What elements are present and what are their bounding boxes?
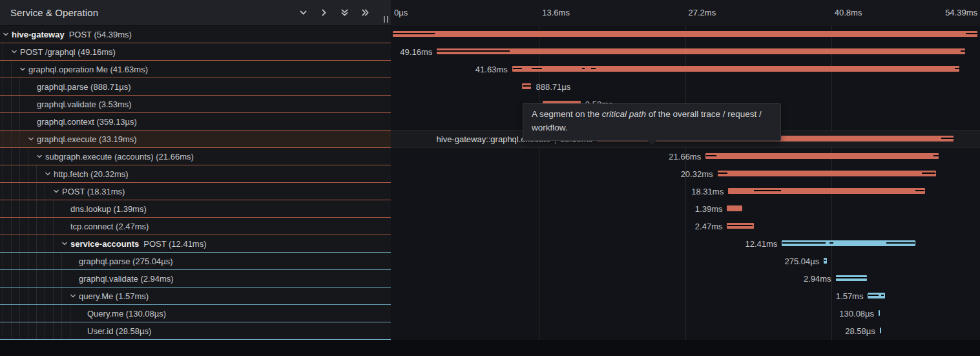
indent-guide — [45, 218, 53, 235]
service-name: hive-gateway — [12, 30, 65, 39]
indent-guide — [53, 305, 61, 322]
indent-guide — [28, 183, 36, 200]
critical-path-segment — [955, 68, 959, 69]
span-row-tcp-connect-2-47ms[interactable]: tcp.connect (2.47ms) — [0, 218, 391, 235]
indent-guide — [3, 253, 11, 269]
critical-path-segment — [393, 33, 435, 34]
timeline-row-graphql-parse-888-71-s: 888.71µs — [391, 78, 980, 96]
operation-name: graphql.parse (888.71µs) — [37, 82, 131, 92]
span-row-graphql-parse-275-04-s[interactable]: graphql.parse (275.04µs) — [0, 253, 391, 270]
span-row-post-graphql-49-16ms[interactable]: POST /graphql (49.16ms) — [0, 43, 391, 61]
indent-guide — [36, 270, 45, 287]
collapse-chevron-icon[interactable] — [11, 48, 20, 55]
span-track: 41.63ms — [393, 61, 977, 78]
span-bar[interactable] — [437, 48, 965, 54]
span-row-hive-gateway-post-54-39ms[interactable]: hive-gatewayPOST (54.39ms) — [0, 26, 391, 43]
span-track: 49.16ms — [393, 43, 977, 61]
span-bar[interactable] — [512, 66, 960, 72]
span-bar[interactable] — [393, 31, 977, 37]
span-row-graphql-parse-888-71-s[interactable]: graphql.parse (888.71µs) — [0, 78, 391, 96]
critical-path-segment — [829, 242, 834, 244]
span-track: 1.57ms — [393, 288, 977, 305]
indent-guide — [19, 148, 28, 165]
span-row-graphql-validate-3-53ms[interactable]: graphql.validate (3.53ms) — [0, 96, 391, 113]
span-row-http-fetch-20-32ms[interactable]: http.fetch (20.32ms) — [0, 165, 391, 183]
critical-path-segment — [933, 155, 939, 156]
span-track: 888.71µs — [393, 78, 977, 96]
timeline-row-graphql-validate-2-94ms: 2.94ms — [391, 270, 980, 288]
span-bar[interactable] — [727, 205, 742, 211]
indent-guide — [45, 200, 53, 217]
span-row-dns-lookup-1-39ms[interactable]: dns.lookup (1.39ms) — [0, 200, 391, 218]
indent-guide — [45, 270, 53, 287]
collapse-one-button[interactable] — [298, 8, 308, 18]
span-name-panel: Service & Operation hive-gatewayPOST (54… — [0, 0, 391, 340]
collapse-chevron-icon[interactable] — [3, 31, 12, 37]
collapse-chevron-icon[interactable] — [70, 293, 79, 299]
indent-guide — [11, 131, 19, 147]
indent-guide — [3, 235, 11, 252]
bottom-strip — [0, 340, 980, 356]
span-row-query-me-130-08-s[interactable]: Query.me (130.08µs) — [0, 305, 391, 322]
duration-label: 2.47ms — [695, 218, 727, 235]
span-row-service-accounts-post-12-41ms[interactable]: service-accountsPOST (12.41ms) — [0, 235, 391, 253]
expand-all-button[interactable] — [360, 8, 370, 18]
collapse-chevron-icon[interactable] — [53, 188, 62, 194]
span-track — [393, 26, 977, 43]
tree-controls — [298, 8, 384, 18]
span-row-query-me-1-57ms[interactable]: query.Me (1.57ms) — [0, 288, 391, 305]
column-resize-grip[interactable] — [384, 16, 388, 23]
indent-guide — [11, 288, 19, 304]
operation-name: Query.me (130.08µs) — [87, 309, 166, 319]
collapse-chevron-icon[interactable] — [45, 171, 54, 177]
collapse-chevron-icon[interactable] — [61, 240, 70, 247]
indent-guide — [61, 270, 70, 287]
indent-guide — [19, 78, 28, 95]
indent-guide — [3, 43, 11, 60]
span-row-post-18-31ms[interactable]: POST (18.31ms) — [0, 183, 391, 200]
span-row-graphql-context-359-13-s[interactable]: graphql.context (359.13µs) — [0, 113, 391, 131]
operation-name: subgraph.execute (accounts) (21.66ms) — [45, 152, 194, 162]
indent-guide — [19, 253, 28, 269]
span-bar[interactable] — [718, 171, 936, 176]
indent-guide — [28, 165, 36, 182]
span-row-graphql-execute-33-19ms[interactable]: graphql.execute (33.19ms) — [0, 131, 391, 148]
span-track: 2.47ms — [393, 218, 977, 235]
critical-path-segment — [915, 190, 924, 191]
duration-label: 275.04µs — [784, 253, 824, 270]
span-bar[interactable] — [879, 310, 880, 316]
span-track: 21.66ms — [393, 148, 977, 165]
axis-tick-label: 27.2ms — [689, 8, 716, 17]
span-bar[interactable] — [880, 328, 881, 333]
duration-label: 888.71µs — [531, 78, 570, 96]
critical-path-segment — [437, 50, 510, 52]
span-row-user-id-28-58-s[interactable]: User.id (28.58µs) — [0, 322, 391, 340]
indent-guide — [3, 165, 11, 182]
indent-guide — [36, 165, 45, 182]
operation-name: graphql.validate (3.53ms) — [37, 99, 132, 109]
span-row-subgraph-execute-accounts-21-66ms[interactable]: subgraph.execute (accounts) (21.66ms) — [0, 148, 391, 165]
operation-name: POST (12.41ms) — [143, 239, 206, 249]
collapse-chevron-icon[interactable] — [28, 136, 37, 142]
indent-guide — [3, 288, 11, 304]
trace-main: Service & Operation hive-gatewayPOST (54… — [0, 0, 980, 340]
indent-guide — [36, 253, 45, 269]
span-row-graphql-operation-me-41-63ms[interactable]: graphql.operation Me (41.63ms) — [0, 61, 391, 78]
critical-path-segment — [591, 68, 596, 69]
span-row-graphql-validate-2-94ms[interactable]: graphql.validate (2.94ms) — [0, 270, 391, 288]
operation-name: POST (54.39ms) — [69, 30, 132, 39]
service-name: service-accounts — [70, 239, 139, 249]
indent-guide — [61, 322, 70, 339]
indent-guide — [11, 200, 19, 217]
collapse-all-button[interactable] — [339, 8, 349, 18]
collapse-chevron-icon[interactable] — [19, 66, 28, 72]
span-bar[interactable] — [705, 153, 938, 159]
indent-guide — [11, 148, 19, 165]
critical-path-tooltip: A segment on the critical path of the ov… — [523, 103, 781, 141]
critical-path-segment — [966, 33, 977, 34]
duration-label: 28.58µs — [845, 322, 880, 340]
collapse-chevron-icon[interactable] — [36, 153, 45, 160]
critical-path-segment — [836, 277, 866, 278]
expand-one-button[interactable] — [318, 8, 329, 18]
indent-guide — [45, 235, 53, 252]
